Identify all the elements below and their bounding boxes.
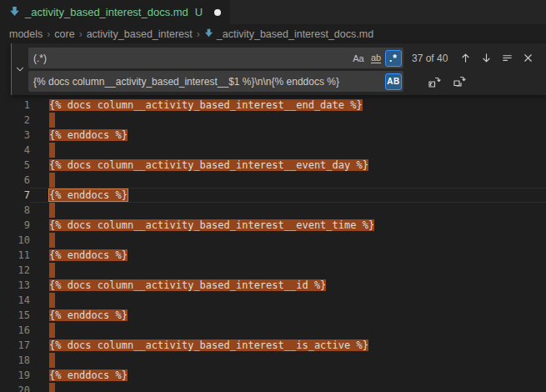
replace-input[interactable] — [28, 76, 384, 88]
editor-pane[interactable]: 1{% docs column__activity_based_interest… — [0, 43, 546, 392]
line-content[interactable] — [30, 263, 546, 278]
editor-line[interactable]: 12 — [0, 263, 546, 278]
line-number[interactable]: 9 — [0, 218, 30, 233]
line-content[interactable]: {% docs column__activity_based_interest_… — [30, 218, 546, 233]
editor-line[interactable]: 17{% docs column__activity_based_interes… — [0, 338, 546, 353]
line-content[interactable]: {% enddocs %} — [30, 128, 546, 143]
replace-all-icon — [453, 75, 466, 88]
editor-line[interactable]: 5{% docs column__activity_based_interest… — [0, 158, 546, 173]
previous-match-button[interactable] — [457, 49, 474, 67]
line-number[interactable]: 4 — [0, 143, 30, 158]
line-number[interactable]: 2 — [0, 113, 30, 128]
close-find-button[interactable] — [519, 49, 537, 67]
editor-line[interactable]: 15{% enddocs %} — [0, 308, 546, 323]
line-content[interactable] — [30, 293, 546, 308]
empty-line-find-match — [49, 263, 55, 278]
line-number[interactable]: 8 — [0, 203, 30, 218]
editor-line[interactable]: 16 — [0, 323, 546, 338]
find-match[interactable]: {% docs column__activity_based_interest_… — [49, 339, 368, 351]
line-content[interactable] — [30, 113, 546, 128]
preserve-case-toggle[interactable]: AB — [385, 73, 402, 90]
line-number[interactable]: 11 — [0, 248, 30, 263]
line-content[interactable] — [30, 323, 546, 338]
find-match[interactable]: {% enddocs %} — [49, 369, 128, 381]
line-number[interactable]: 18 — [0, 353, 30, 368]
find-match[interactable]: {% docs column__activity_based_interest_… — [49, 279, 326, 291]
editor-line[interactable]: 19{% enddocs %} — [0, 368, 546, 383]
editor-line[interactable]: 18 — [0, 353, 546, 368]
unsaved-dot[interactable] — [214, 9, 221, 16]
line-content[interactable]: {% docs column__activity_based_interest_… — [30, 338, 546, 353]
current-find-match[interactable]: {% enddocs %} — [49, 189, 128, 201]
line-content[interactable]: {% enddocs %} — [30, 368, 546, 383]
breadcrumb-item-core[interactable]: core — [54, 28, 74, 40]
editor-line[interactable]: 20 — [0, 383, 546, 392]
editor-line[interactable]: 7{% enddocs %} — [0, 188, 546, 203]
regex-toggle[interactable]: .* — [385, 50, 402, 67]
editor-line[interactable]: 11{% enddocs %} — [0, 248, 546, 263]
toggle-replace-button[interactable] — [13, 62, 28, 77]
line-number[interactable]: 3 — [0, 128, 30, 143]
line-content[interactable] — [30, 173, 546, 188]
match-case-toggle[interactable]: Aa — [350, 50, 367, 67]
breadcrumb: models › core › activity_based_interest … — [0, 24, 546, 43]
editor-line[interactable]: 2 — [0, 113, 546, 128]
empty-line-find-match — [49, 113, 55, 128]
line-content[interactable] — [30, 233, 546, 248]
find-match[interactable]: {% docs column__activity_based_interest_… — [49, 99, 363, 111]
git-status-badge: U — [195, 6, 203, 18]
line-number[interactable]: 16 — [0, 323, 30, 338]
line-number[interactable]: 5 — [0, 158, 30, 173]
line-content[interactable]: {% docs column__activity_based_interest_… — [30, 98, 546, 113]
close-icon — [522, 52, 534, 64]
line-content[interactable] — [30, 203, 546, 218]
empty-line-find-match — [49, 293, 55, 308]
line-number[interactable]: 15 — [0, 308, 30, 323]
find-in-selection-button[interactable] — [498, 49, 516, 67]
editor-line[interactable]: 6 — [0, 173, 546, 188]
find-match[interactable]: {% enddocs %} — [49, 309, 128, 321]
find-match[interactable]: {% docs column__activity_based_interest_… — [49, 219, 374, 231]
editor-line[interactable]: 9{% docs column__activity_based_interest… — [0, 218, 546, 233]
line-content[interactable]: {% enddocs %} — [30, 188, 546, 203]
line-content[interactable] — [30, 383, 546, 392]
editor-line[interactable]: 4 — [0, 143, 546, 158]
line-number[interactable]: 12 — [0, 263, 30, 278]
next-match-button[interactable] — [478, 49, 495, 67]
replace-button[interactable] — [425, 73, 443, 90]
line-number[interactable]: 1 — [0, 98, 30, 113]
line-content[interactable]: {% enddocs %} — [30, 248, 546, 263]
markdown-icon — [9, 5, 20, 20]
line-number[interactable]: 20 — [0, 383, 30, 392]
find-match[interactable]: {% enddocs %} — [49, 129, 128, 141]
breadcrumb-item-models[interactable]: models — [9, 28, 43, 40]
editor-line[interactable]: 14 — [0, 293, 546, 308]
editor-line[interactable]: 8 — [0, 203, 546, 218]
line-content[interactable] — [30, 353, 546, 368]
breadcrumb-separator: › — [47, 28, 50, 40]
breadcrumb-item-folder[interactable]: activity_based_interest — [87, 28, 193, 40]
line-number[interactable]: 13 — [0, 278, 30, 293]
line-number[interactable]: 7 — [0, 188, 30, 203]
line-number[interactable]: 10 — [0, 233, 30, 248]
find-input[interactable] — [28, 53, 349, 64]
whole-word-toggle[interactable]: ab — [368, 50, 384, 67]
line-number[interactable]: 19 — [0, 368, 30, 383]
line-number[interactable]: 14 — [0, 293, 30, 308]
editor-line[interactable]: 3{% enddocs %} — [0, 128, 546, 143]
line-number[interactable]: 17 — [0, 338, 30, 353]
find-match[interactable]: {% docs column__activity_based_interest_… — [49, 159, 368, 171]
breadcrumb-item-file[interactable]: _activity_based_interest_docs.md — [204, 28, 373, 40]
line-content[interactable]: {% docs column__activity_based_interest_… — [30, 158, 546, 173]
line-content[interactable]: {% enddocs %} — [30, 308, 546, 323]
editor-line[interactable]: 10 — [0, 233, 546, 248]
line-number[interactable]: 6 — [0, 173, 30, 188]
line-content[interactable]: {% docs column__activity_based_interest_… — [30, 278, 546, 293]
line-content[interactable] — [30, 143, 546, 158]
editor-tab[interactable]: _activity_based_interest_docs.md U — [0, 0, 230, 24]
editor-line[interactable]: 1{% docs column__activity_based_interest… — [0, 98, 546, 113]
breadcrumb-separator: › — [197, 28, 200, 40]
replace-all-button[interactable] — [450, 73, 468, 90]
find-match[interactable]: {% enddocs %} — [49, 249, 128, 261]
editor-line[interactable]: 13{% docs column__activity_based_interes… — [0, 278, 546, 293]
